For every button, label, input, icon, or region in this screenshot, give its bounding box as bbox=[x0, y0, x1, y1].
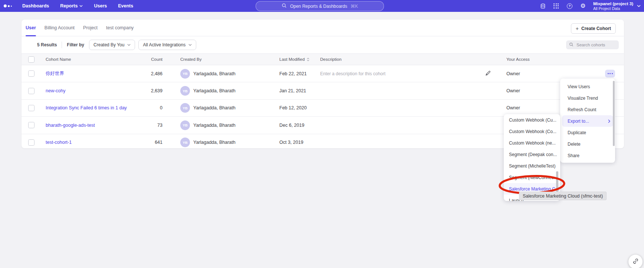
row-checkbox[interactable] bbox=[28, 105, 34, 111]
row-checkbox[interactable] bbox=[28, 70, 34, 77]
description-cell[interactable]: Enter a description for this cohort bbox=[320, 70, 506, 77]
project-switcher[interactable]: Mixpanel (project 3) All Project Data bbox=[593, 1, 641, 11]
menu-item[interactable]: Duplicate bbox=[560, 127, 615, 138]
cohort-count: 2,639 bbox=[138, 88, 162, 93]
cohort-count: 73 bbox=[138, 123, 162, 128]
global-search-bar[interactable]: Open Reports & Dashboards ⌘K bbox=[256, 1, 384, 11]
cohort-name-link[interactable]: bharath-google-ads-test bbox=[46, 123, 95, 128]
menu-item-label: Duplicate bbox=[568, 130, 586, 135]
tab-label: test company bbox=[106, 25, 134, 30]
search-icon bbox=[569, 42, 574, 48]
share-link-button[interactable] bbox=[628, 255, 643, 268]
search-icon bbox=[282, 3, 287, 9]
menu-item-label: Export to... bbox=[568, 119, 589, 124]
col-header-description: Description bbox=[320, 57, 506, 62]
apps-grid-icon[interactable] bbox=[553, 3, 559, 9]
cohort-tabs: User Billing Account Project test compan… bbox=[22, 20, 624, 36]
created-by-filter-label: Created By You bbox=[93, 42, 124, 47]
integrations-filter-label: All Active Integrations bbox=[143, 42, 185, 47]
submenu-item[interactable]: Custom Webhook (ne... bbox=[504, 137, 560, 149]
project-scope: All Project Data bbox=[593, 6, 633, 11]
search-cohorts-box bbox=[566, 40, 619, 49]
cohort-name-link[interactable]: test-cohort-1 bbox=[46, 140, 72, 145]
help-icon[interactable]: ? bbox=[566, 3, 573, 9]
col-header-cohort-name[interactable]: Cohort Name bbox=[46, 57, 138, 62]
filter-toolbar: 5 Results Filter by Created By You All A… bbox=[22, 36, 624, 53]
menu-item[interactable]: View Users bbox=[560, 81, 615, 92]
nav-link-label: Events bbox=[118, 3, 133, 9]
submenu-item-label: Segment (MichelleTest) bbox=[509, 163, 555, 169]
top-navbar: Dashboards Reports Users bbox=[0, 0, 644, 12]
menu-item-label: Refresh Count bbox=[568, 107, 596, 112]
nav-link[interactable]: Users bbox=[94, 3, 107, 9]
settings-gear-icon[interactable]: ⚙ bbox=[580, 3, 586, 9]
export-submenu: Custom Webhook (Cu... Custom Webhook (Co… bbox=[504, 114, 560, 201]
pencil-icon[interactable] bbox=[485, 70, 491, 77]
avatar: YB bbox=[180, 86, 190, 96]
table-row: 你好世界 2,486 YB Yarlagadda, Bharath Feb 22… bbox=[22, 65, 624, 82]
created-by-name: Yarlagadda, Bharath bbox=[193, 123, 236, 128]
submenu-item[interactable]: Custom Webhook (Cu... bbox=[504, 114, 560, 126]
created-by-filter[interactable]: Created By You bbox=[89, 40, 135, 50]
tab[interactable]: test company bbox=[106, 20, 134, 36]
submenu-item[interactable]: Segment (NewConnec... bbox=[504, 172, 560, 183]
submenu-item[interactable]: Segment (Deepak con... bbox=[504, 149, 560, 160]
integrations-filter[interactable]: All Active Integrations bbox=[138, 40, 196, 50]
cohort-name-link[interactable]: 你好世界 bbox=[46, 71, 64, 76]
menu-item[interactable]: Visualize Trend bbox=[560, 92, 615, 104]
access-level: Owner bbox=[506, 88, 520, 93]
tab-label: User bbox=[26, 25, 36, 30]
cohort-name-link[interactable]: Integration Sync Failed 6 times in 1 day bbox=[46, 105, 127, 110]
last-modified-date: Dec 6, 2019 bbox=[279, 123, 320, 128]
menu-item-label: View Users bbox=[568, 84, 590, 89]
submenu-item-label: Custom Webhook (ne... bbox=[509, 140, 556, 146]
tab[interactable]: Billing Account bbox=[45, 20, 75, 36]
col-header-last-modified[interactable]: Last Modified bbox=[279, 57, 320, 62]
col-header-created-by[interactable]: Created By bbox=[162, 57, 279, 62]
description-placeholder: Enter a description for this cohort bbox=[320, 71, 385, 76]
nav-link[interactable]: Dashboards bbox=[22, 3, 49, 9]
menu-item[interactable]: Delete bbox=[560, 138, 615, 150]
results-count: 5 Results bbox=[37, 42, 57, 47]
search-shortcut: ⌘K bbox=[351, 4, 358, 9]
submenu-item[interactable]: Segment (MichelleTest) bbox=[504, 160, 560, 172]
menu-item[interactable]: Refresh Count bbox=[560, 104, 615, 115]
submenu-item[interactable]: Custom Webhook (Co... bbox=[504, 126, 560, 137]
mixpanel-logo-icon[interactable] bbox=[4, 4, 12, 7]
row-checkbox[interactable] bbox=[28, 122, 34, 128]
link-icon bbox=[632, 258, 639, 266]
row-checkbox[interactable] bbox=[28, 88, 34, 94]
submenu-item-label: Custom Webhook (Cu... bbox=[509, 118, 556, 123]
menu-item[interactable]: Share bbox=[560, 150, 615, 161]
tab[interactable]: User bbox=[26, 20, 36, 36]
nav-link-label: Dashboards bbox=[22, 3, 49, 9]
select-all-checkbox[interactable] bbox=[28, 56, 34, 63]
cohort-name-link[interactable]: new-cohy bbox=[46, 88, 66, 93]
tooltip-text: Salesforce Marketing Cloud (sfmc-test) bbox=[523, 193, 603, 199]
created-by-name: Yarlagadda, Bharath bbox=[193, 105, 236, 110]
table-header: Cohort Name Count Created By Last Modifi… bbox=[22, 53, 624, 65]
search-cohorts-input[interactable] bbox=[576, 42, 611, 47]
global-search-placeholder: Open Reports & Dashboards bbox=[290, 4, 347, 9]
avatar: YB bbox=[180, 120, 190, 130]
col-header-count[interactable]: Count bbox=[138, 57, 162, 62]
col-header-your-access: Your Access bbox=[506, 57, 624, 62]
tab[interactable]: Project bbox=[83, 20, 98, 36]
row-actions-button[interactable] bbox=[605, 70, 615, 77]
filter-by-label: Filter by bbox=[67, 42, 84, 47]
row-checkbox[interactable] bbox=[28, 139, 34, 146]
create-cohort-label: Create Cohort bbox=[581, 26, 611, 31]
menu-item[interactable]: Export to... bbox=[562, 115, 613, 127]
menu-item-label: Share bbox=[568, 153, 579, 158]
cohort-count: 2,486 bbox=[138, 71, 162, 76]
last-modified-date: Feb 22, 2021 bbox=[279, 71, 320, 76]
menu-scrollbar-thumb[interactable] bbox=[613, 81, 615, 146]
submenu-item-label: Segment (NewConnec... bbox=[509, 175, 558, 180]
nav-link[interactable]: Reports bbox=[60, 3, 83, 9]
create-cohort-button[interactable]: + Create Cohort bbox=[571, 23, 616, 34]
data-definitions-icon[interactable] bbox=[540, 3, 546, 9]
last-modified-date: Jan 21, 2021 bbox=[279, 88, 320, 93]
nav-link[interactable]: Events bbox=[118, 3, 133, 9]
nav-link-label: Users bbox=[94, 3, 107, 9]
avatar: YB bbox=[180, 69, 190, 79]
